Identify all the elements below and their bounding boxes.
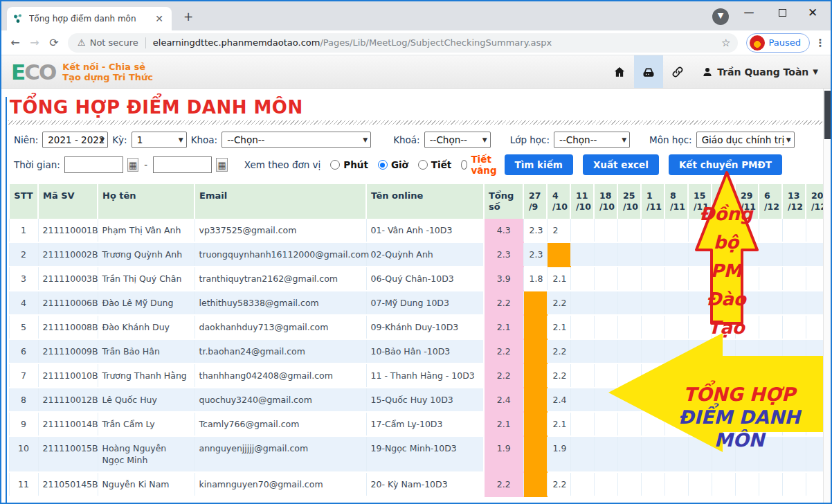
cell-date — [570, 315, 594, 339]
chevron-down-icon: ▼ — [786, 136, 791, 143]
cell-date — [570, 436, 594, 472]
mon-select[interactable]: Giáo dục chính trị -▼ — [696, 132, 795, 148]
browser-menu-icon[interactable]: ⋮ — [814, 37, 826, 49]
annotation-left-arrow-text: TỔNG HỢP ĐIỂM DANH MÔN — [651, 383, 828, 451]
cell-tongso: 2.2 — [484, 291, 523, 315]
media-controls-button[interactable]: ▼ — [712, 8, 729, 25]
cell-date: 2.3 — [523, 242, 547, 267]
cell-date — [664, 242, 688, 267]
drive-icon[interactable] — [634, 55, 663, 88]
cell-date — [570, 472, 594, 496]
radio-dot[interactable] — [330, 160, 340, 170]
khoa2-select[interactable]: --Chọn--▼ — [424, 132, 491, 148]
cell-date — [523, 315, 547, 339]
radio-dot[interactable] — [378, 160, 388, 170]
radio-phút[interactable]: Phút — [330, 159, 368, 170]
home-icon[interactable] — [605, 55, 634, 88]
radio-dot[interactable] — [418, 160, 428, 170]
not-secure-icon: ⚠ — [78, 37, 86, 48]
cell-date — [570, 388, 594, 412]
cell-date — [570, 412, 594, 436]
cell-hoten: Hoàng Nguyễn Ngọc Minh — [98, 436, 195, 472]
cell-date — [759, 242, 782, 267]
cell-stt: 9 — [9, 412, 38, 436]
col-header-tongso: Tổng số — [484, 184, 523, 219]
radio-tiết-vắng[interactable]: Tiết vắng — [461, 154, 500, 176]
col-header-date: 6/12 — [759, 184, 782, 219]
cell-email: thanhhang042408@gmail.com — [195, 363, 366, 388]
user-menu[interactable]: Trần Quang Toàn ▼ — [692, 66, 828, 78]
scrollbar-thumb[interactable] — [824, 91, 831, 139]
unit-radio-group: PhútGiờTiếtTiết vắng — [330, 154, 500, 176]
cell-masv: 211050145B — [38, 472, 98, 496]
cell-date — [759, 472, 782, 496]
profile-avatar — [750, 35, 765, 51]
cell-hoten: Đào Khánh Duy — [98, 315, 195, 339]
cell-hoten: Trần Thị Quý Chân — [98, 267, 195, 291]
tab-close-icon[interactable]: ✕ — [152, 13, 166, 24]
link-icon[interactable] — [663, 55, 692, 88]
export-excel-button[interactable]: Xuất excel — [583, 154, 659, 175]
cell-tenonline: 06-Quý Chân-10D3 — [366, 267, 484, 291]
cell-date — [664, 219, 688, 242]
url-domain: elearningdttec.phanmemdaotao.com — [153, 37, 320, 48]
cell-tenonline: 11 - Thanh Hằng - 10D3 — [366, 363, 484, 388]
cell-date: 2.1 — [547, 267, 570, 291]
time-from-input[interactable] — [64, 156, 123, 173]
back-button[interactable]: ← — [6, 33, 25, 53]
radio-dot[interactable] — [461, 160, 467, 170]
chevron-down-icon: ▼ — [363, 136, 368, 143]
calendar-icon[interactable]: ▦ — [127, 158, 138, 172]
lop-select[interactable]: --Chọn--▼ — [554, 132, 630, 148]
col-header-email: Email — [195, 184, 366, 219]
cell-masv: 211110012B — [38, 388, 98, 412]
sync-paused-button[interactable]: Paused — [746, 33, 810, 53]
lop-label: Lớp học: — [510, 134, 550, 145]
cell-stt: 8 — [9, 388, 38, 412]
cell-date — [523, 412, 547, 436]
bookmark-star-icon[interactable]: ☆ — [721, 37, 730, 49]
address-bar[interactable]: ⚠ Not secure elearningdttec.phanmemdaota… — [68, 33, 738, 53]
khoa-select[interactable]: --Chọn--▼ — [221, 132, 371, 148]
col-header-date: 11/10 — [570, 184, 594, 219]
radio-giờ[interactable]: Giờ — [378, 159, 408, 170]
calendar-icon[interactable]: ▦ — [216, 158, 227, 172]
cell-email: truongquynhanh16112000@gmail.com — [195, 242, 366, 267]
new-tab-button[interactable]: + — [180, 9, 197, 26]
col-header-date: 27/9 — [523, 184, 547, 219]
cell-email: annguyenjjjjj@gmail.com — [195, 436, 366, 472]
cell-hoten: Trần Bảo Hân — [98, 339, 195, 363]
minimize-button[interactable]: — — [734, 1, 764, 24]
cell-date — [594, 219, 617, 242]
radio-tiết[interactable]: Tiết — [418, 159, 451, 170]
tab-strip: Tổng hợp điểm danh môn ✕ + ▼ — ✕ — [1, 1, 831, 30]
reload-button[interactable]: ⟳ — [44, 33, 64, 53]
cell-date — [523, 291, 547, 315]
cell-date — [735, 472, 759, 496]
nien-select[interactable]: 2021 - 2022▼ — [42, 132, 108, 148]
chevron-down-icon: ▼ — [179, 136, 183, 143]
col-header-date: 13/12 — [782, 184, 806, 219]
ky-select[interactable]: 1▼ — [132, 132, 187, 148]
cell-stt: 1 — [9, 219, 38, 242]
search-button[interactable]: Tìm kiếm — [505, 154, 573, 175]
cell-stt: 2 — [9, 242, 38, 267]
col-header-tenonline: Tên online — [366, 184, 484, 219]
cell-tongso: 2.2 — [484, 339, 523, 363]
page-scrollbar[interactable] — [823, 89, 831, 503]
cell-date — [617, 219, 641, 242]
cell-masv: 211110003B — [38, 267, 98, 291]
cell-masv: 211110001B — [38, 219, 98, 242]
cell-date — [523, 363, 547, 388]
time-to-input[interactable] — [153, 156, 212, 173]
cell-tenonline: 07-Mỹ Dung 10D3 — [366, 291, 484, 315]
cell-date — [594, 291, 617, 315]
cell-email: quochuy3240@gmail.com — [195, 388, 366, 412]
window-close-button[interactable]: ✕ — [797, 1, 828, 24]
maximize-button[interactable] — [767, 1, 797, 24]
cell-email: vp337525@gmail.com — [195, 219, 366, 242]
ky-label: Kỳ: — [112, 134, 127, 145]
browser-tab[interactable]: Tổng hợp điểm danh môn ✕ — [7, 7, 172, 30]
forward-button[interactable]: → — [25, 33, 44, 53]
cell-date: 2.3 — [523, 219, 547, 242]
